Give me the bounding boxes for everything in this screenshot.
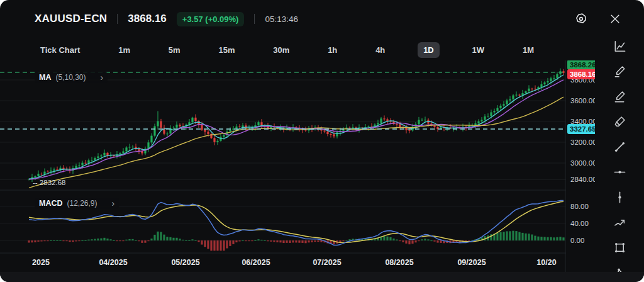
- macd-histogram-bar: [421, 239, 423, 240]
- candle: [543, 82, 545, 84]
- timeframe-1m[interactable]: 1M: [517, 42, 540, 58]
- timeframe-1m[interactable]: 1m: [113, 42, 136, 58]
- horizontal-line-icon[interactable]: [612, 165, 627, 179]
- macd-histogram-bar: [169, 237, 171, 240]
- macd-histogram-bar: [383, 236, 385, 240]
- close-icon[interactable]: [608, 11, 623, 26]
- macd-histogram-bar: [28, 240, 30, 242]
- macd-histogram-bar: [317, 240, 319, 242]
- macd-histogram-bar: [289, 240, 291, 243]
- macd-histogram-bar: [260, 240, 262, 240]
- horizontal-scroll-track[interactable]: [0, 272, 644, 282]
- timeframe-4h[interactable]: 4h: [370, 42, 391, 58]
- macd-histogram-bar: [131, 239, 133, 240]
- macd-histogram-bar: [496, 233, 498, 240]
- candle: [175, 125, 177, 128]
- macd-histogram-bar: [267, 240, 269, 241]
- candle: [348, 128, 350, 128]
- candle: [480, 120, 482, 121]
- macd-histogram-bar: [103, 238, 105, 240]
- candle: [37, 174, 39, 176]
- macd-tick-label: 80.00: [570, 203, 589, 210]
- eraser-icon[interactable]: [612, 115, 627, 129]
- macd-histogram-bar: [163, 235, 165, 240]
- candle: [157, 121, 158, 126]
- vertical-line-icon[interactable]: [612, 190, 627, 205]
- arrow-wave-icon[interactable]: [612, 215, 627, 230]
- candle: [223, 135, 225, 137]
- trend-line-icon[interactable]: [612, 140, 627, 154]
- candle: [326, 132, 328, 134]
- candle: [518, 94, 520, 95]
- macd-histogram-bar: [207, 240, 209, 249]
- macd-histogram-bar: [436, 240, 438, 243]
- timeframe-bar: Tick Chart1m5m15m30m1h4h1D1W1M: [0, 38, 566, 62]
- macd-histogram-bar: [502, 232, 504, 240]
- pencil-draw-icon[interactable]: [612, 64, 627, 79]
- gear-icon[interactable]: [574, 11, 589, 26]
- price-tick-label: 3000.00: [570, 159, 595, 167]
- candle: [128, 147, 130, 147]
- macd-histogram-bar: [525, 234, 526, 240]
- macd-histogram-bar: [75, 240, 77, 241]
- candle: [380, 118, 382, 123]
- macd-histogram-bar: [97, 239, 99, 240]
- timeframe-15m[interactable]: 15m: [213, 42, 240, 58]
- macd-histogram-bar: [141, 240, 143, 243]
- macd-histogram-bar: [43, 240, 45, 241]
- macd-histogram-bar: [411, 240, 413, 244]
- timeframe-1w[interactable]: 1W: [467, 42, 491, 58]
- pencil-edit-icon[interactable]: [612, 89, 627, 104]
- macd-histogram-bar: [515, 231, 517, 240]
- x-axis-label: 04/2025: [99, 258, 127, 267]
- timeframe-30m[interactable]: 30m: [267, 42, 295, 58]
- macd-histogram-bar: [31, 240, 33, 242]
- candle: [493, 111, 495, 112]
- price-axis[interactable]: 3800.003600.003400.003200.003000.002840.…: [566, 60, 595, 272]
- macd-histogram-bar: [264, 240, 265, 241]
- rectangle-shape-icon[interactable]: [612, 240, 627, 255]
- candle: [323, 130, 325, 131]
- macd-histogram-bar: [72, 240, 74, 242]
- bid-price-badge: 3868.16: [567, 69, 595, 79]
- macd-histogram-bar: [197, 240, 199, 242]
- macd-histogram-bar: [175, 238, 177, 240]
- macd-indicator-label[interactable]: MACD (12,26,9) ›: [35, 198, 119, 209]
- candle: [138, 149, 140, 151]
- x-axis-label: 08/2025: [385, 258, 413, 267]
- candle: [242, 125, 243, 127]
- macd-histogram-bar: [191, 239, 193, 240]
- price-chart-canvas[interactable]: -- 2832.68202504/202505/202506/202507/20…: [0, 60, 566, 272]
- candle: [531, 89, 533, 89]
- macd-tick-label: 0.00: [570, 237, 584, 244]
- macd-histogram-bar: [219, 240, 221, 251]
- chevron-right-icon[interactable]: ›: [100, 74, 103, 81]
- drawing-toolbar: [595, 39, 644, 278]
- chart-line-icon[interactable]: [612, 39, 627, 54]
- candle: [204, 130, 206, 132]
- macd-histogram-bar: [179, 239, 180, 240]
- macd-histogram-bar: [348, 239, 350, 240]
- timeframe-5m[interactable]: 5m: [163, 42, 186, 58]
- macd-histogram-bar: [433, 240, 435, 242]
- timeframe-1h[interactable]: 1h: [322, 42, 343, 58]
- candle: [421, 120, 423, 120]
- macd-histogram-bar: [418, 240, 419, 241]
- ma-indicator-label[interactable]: MA (5,10,30) ›: [35, 72, 108, 83]
- macd-histogram-bar: [62, 240, 64, 241]
- chevron-right-icon[interactable]: ›: [112, 200, 115, 206]
- macd-histogram-bar: [188, 240, 190, 241]
- candle: [91, 160, 92, 161]
- macd-histogram-bar: [531, 234, 533, 240]
- timeframe-1d[interactable]: 1D: [418, 42, 440, 58]
- macd-histogram-bar: [553, 237, 555, 240]
- candle: [207, 132, 209, 134]
- header-actions: [574, 11, 623, 26]
- timeframe-tick-chart[interactable]: Tick Chart: [35, 42, 86, 58]
- last-price: 3868.16: [128, 13, 166, 25]
- macd-histogram-bar: [414, 240, 416, 242]
- candle: [103, 153, 105, 155]
- macd-histogram-bar: [81, 240, 83, 241]
- macd-histogram-bar: [125, 240, 127, 240]
- candle: [131, 147, 133, 147]
